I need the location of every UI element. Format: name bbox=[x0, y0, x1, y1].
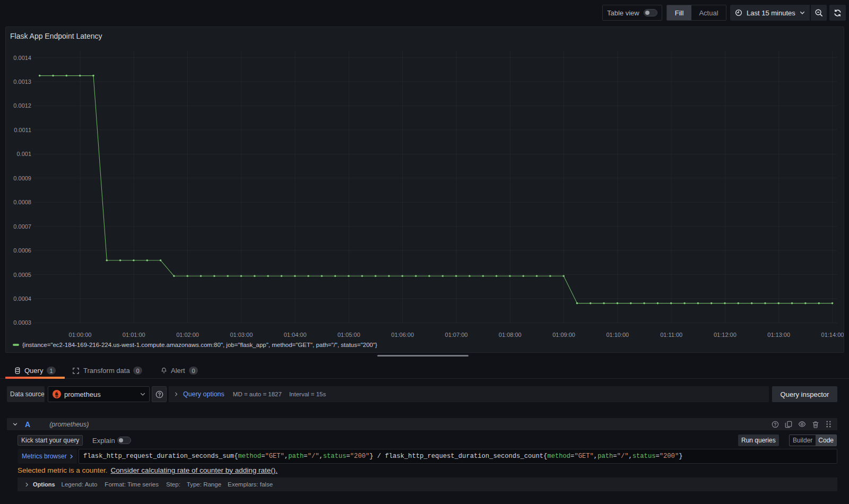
svg-text:0.0013: 0.0013 bbox=[13, 79, 31, 85]
svg-text:0.001: 0.001 bbox=[16, 151, 31, 157]
svg-text:01:14:00: 01:14:00 bbox=[821, 332, 844, 338]
svg-text:0.0014: 0.0014 bbox=[13, 55, 31, 61]
svg-text:01:12:00: 01:12:00 bbox=[714, 332, 737, 338]
svg-text:01:07:00: 01:07:00 bbox=[445, 332, 468, 338]
svg-text:01:06:00: 01:06:00 bbox=[391, 332, 414, 338]
svg-text:0.0006: 0.0006 bbox=[13, 247, 31, 254]
svg-text:0.0009: 0.0009 bbox=[13, 175, 31, 181]
svg-text:0.0008: 0.0008 bbox=[13, 199, 31, 205]
svg-text:0.0011: 0.0011 bbox=[14, 127, 31, 133]
svg-text:0.0007: 0.0007 bbox=[13, 223, 31, 230]
svg-text:{instance="ec2-184-169-216-224: {instance="ec2-184-169-216-224.us-west-1… bbox=[22, 342, 377, 348]
svg-text:01:04:00: 01:04:00 bbox=[284, 332, 307, 338]
svg-text:01:08:00: 01:08:00 bbox=[499, 332, 522, 338]
svg-text:01:09:00: 01:09:00 bbox=[552, 332, 575, 338]
svg-text:0.0003: 0.0003 bbox=[13, 319, 31, 326]
svg-text:01:02:00: 01:02:00 bbox=[176, 332, 199, 338]
svg-text:0.0004: 0.0004 bbox=[13, 296, 31, 302]
svg-text:01:03:00: 01:03:00 bbox=[230, 332, 253, 338]
svg-text:0.0012: 0.0012 bbox=[13, 102, 31, 109]
svg-text:0.0005: 0.0005 bbox=[13, 272, 31, 278]
svg-text:01:11:00: 01:11:00 bbox=[660, 332, 682, 338]
svg-text:01:00:00: 01:00:00 bbox=[69, 332, 92, 338]
svg-text:01:05:00: 01:05:00 bbox=[337, 332, 360, 338]
svg-text:01:10:00: 01:10:00 bbox=[606, 332, 629, 338]
svg-text:01:13:00: 01:13:00 bbox=[767, 332, 790, 338]
svg-text:01:01:00: 01:01:00 bbox=[123, 332, 145, 338]
